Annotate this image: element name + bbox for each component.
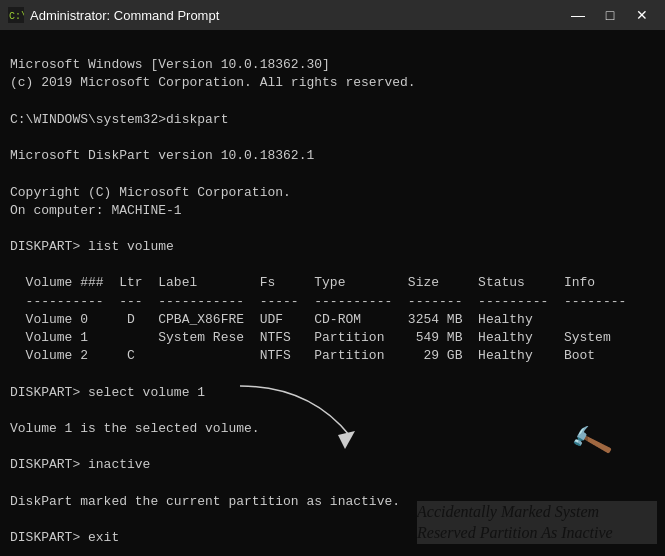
close-button[interactable]: ✕: [627, 4, 657, 26]
terminal-line-20: Volume 1 is the selected volume.: [10, 421, 260, 436]
terminal-line-22: DISKPART> inactive: [10, 457, 150, 472]
terminal-line-5: Microsoft DiskPart version 10.0.18362.1: [10, 148, 314, 163]
terminal-line-1: (c) 2019 Microsoft Corporation. All righ…: [10, 75, 416, 90]
terminal-body: Microsoft Windows [Version 10.0.18362.30…: [0, 30, 665, 556]
terminal-line-7: Copyright (C) Microsoft Corporation.: [10, 185, 291, 200]
terminal-line-12: Volume ### Ltr Label Fs Type Size Status…: [10, 275, 595, 290]
title-bar-left: C:\ Administrator: Command Prompt: [8, 7, 219, 23]
terminal-line-0: Microsoft Windows [Version 10.0.18362.30…: [10, 57, 330, 72]
terminal-line-13: ---------- --- ----------- ----- -------…: [10, 294, 626, 309]
cmd-icon: C:\: [8, 7, 24, 23]
terminal-line-16: Volume 2 C NTFS Partition 29 GB Healthy …: [10, 348, 595, 363]
annotation-text: Accidentally Marked System Reserved Part…: [417, 503, 613, 542]
svg-text:C:\: C:\: [9, 11, 24, 22]
title-bar: C:\ Administrator: Command Prompt — □ ✕: [0, 0, 665, 30]
minimize-button[interactable]: —: [563, 4, 593, 26]
maximize-button[interactable]: □: [595, 4, 625, 26]
terminal-line-3: C:\WINDOWS\system32>diskpart: [10, 112, 228, 127]
terminal-line-8: On computer: MACHINE-1: [10, 203, 182, 218]
terminal-output: Microsoft Windows [Version 10.0.18362.30…: [10, 38, 655, 556]
annotation-arrow: [230, 381, 370, 451]
terminal-line-24: DiskPart marked the current partition as…: [10, 494, 400, 509]
terminal-line-26: DISKPART> exit: [10, 530, 119, 545]
svg-marker-2: [338, 431, 355, 449]
annotation-label: Accidentally Marked System Reserved Part…: [417, 501, 657, 544]
terminal-line-18: DISKPART> select volume 1: [10, 385, 205, 400]
terminal-line-14: Volume 0 D CPBA_X86FRE UDF CD-ROM 3254 M…: [10, 312, 533, 327]
window-controls: — □ ✕: [563, 4, 657, 26]
window-title: Administrator: Command Prompt: [30, 8, 219, 23]
terminal-line-10: DISKPART> list volume: [10, 239, 174, 254]
terminal-line-15: Volume 1 System Rese NTFS Partition 549 …: [10, 330, 611, 345]
